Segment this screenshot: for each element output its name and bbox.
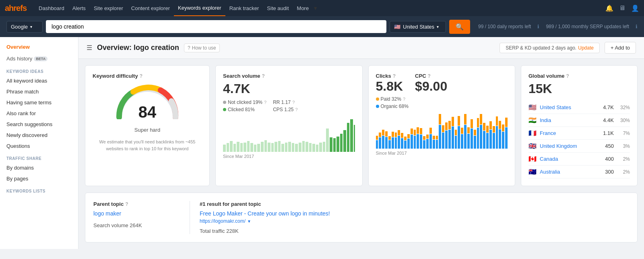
sv-bar <box>237 142 239 152</box>
clicks-chart <box>376 112 508 149</box>
engine-select[interactable]: Google ▾ <box>6 21 43 33</box>
nav-keywords-explorer[interactable]: Keywords explorer <box>174 0 225 16</box>
flag-icon: 🇨🇦 <box>528 155 537 163</box>
parent-topic-link[interactable]: logo maker <box>93 210 182 217</box>
sv-bar <box>299 143 301 152</box>
country-volume: 450 <box>605 143 614 149</box>
nav-more[interactable]: More <box>293 0 313 16</box>
sv-not-clicked: Not clicked 19% ? <box>223 99 266 105</box>
country-name-link[interactable]: United Kingdom <box>540 143 602 149</box>
sv-bar <box>319 143 322 152</box>
sv-bar <box>292 143 295 152</box>
dropdown-icon[interactable]: ▼ <box>247 219 251 224</box>
nav-site-audit[interactable]: Site audit <box>263 0 293 16</box>
serp-info-badge: SERP & KD updated 2 days ago. Update <box>500 43 600 53</box>
sidebar: Overview Ads history BETA KEYWORD IDEAS … <box>0 37 78 249</box>
logo[interactable]: ahrefs <box>5 4 27 13</box>
monthly-quota: 989 / 1,000 monthly SERP updates left <box>546 24 629 29</box>
update-link[interactable]: Update <box>578 45 594 51</box>
sv-bar <box>247 141 250 152</box>
kd-help-icon[interactable]: ? <box>140 73 142 79</box>
clicks-bar-wrap <box>385 112 388 149</box>
gv-value: 15K <box>528 81 630 96</box>
clicks-bar-wrap <box>455 112 457 149</box>
engine-label: Google <box>11 24 28 30</box>
result-url[interactable]: https://logomakr.com/ ▼ <box>200 218 629 224</box>
sv-bar <box>336 137 339 152</box>
keywords-lists-label: KEYWORDS LISTS <box>0 184 78 195</box>
sv-not-clicked-help-icon[interactable]: ? <box>264 100 266 105</box>
sidebar-item-by-domains[interactable]: By domains <box>0 162 78 173</box>
sidebar-item-all-keyword-ideas[interactable]: All keyword ideas <box>0 75 78 86</box>
gv-help-icon[interactable]: ? <box>566 73 569 79</box>
sv-cps-help-icon[interactable]: ? <box>295 107 298 112</box>
nav-site-explorer[interactable]: Site explorer <box>90 0 127 16</box>
search-button[interactable]: 🔍 <box>449 20 470 34</box>
clicks-help-icon[interactable]: ? <box>393 73 396 79</box>
clicks-bar-wrap <box>505 112 508 149</box>
sv-bar <box>330 137 332 152</box>
country-row: 🇬🇧 United Kingdom 450 3% <box>528 140 630 153</box>
sv-rr: RR 1.17 ? <box>273 99 298 105</box>
parent-topic-grid: Parent topic ? logo maker Search volume … <box>93 201 629 234</box>
country-name-link[interactable]: India <box>540 117 600 123</box>
sv-card: Search volume ? 4.7K Not clicked 19% ? C… <box>215 65 363 186</box>
country-chevron-icon: ▾ <box>437 25 439 29</box>
sidebar-item-by-pages[interactable]: By pages <box>0 173 78 184</box>
sv-help-icon[interactable]: ? <box>262 73 265 79</box>
monitor-icon[interactable]: 🖥 <box>619 4 625 12</box>
result-title-link[interactable]: Free Logo Maker - Create your own logo i… <box>200 210 629 217</box>
sv-bar <box>302 141 305 152</box>
country-label: United States <box>403 24 434 30</box>
country-volume: 1.1K <box>603 130 614 136</box>
user-icon[interactable]: 👤 <box>631 4 639 12</box>
parent-topic-left: Parent topic ? logo maker Search volume … <box>93 201 190 234</box>
country-name-link[interactable]: Canada <box>540 156 602 162</box>
how-to-use-button[interactable]: ? How to use <box>184 44 220 52</box>
sidebar-item-phrase-match[interactable]: Phrase match <box>0 86 78 97</box>
sv-bar <box>254 145 257 152</box>
country-name-link[interactable]: Australia <box>540 169 602 175</box>
parent-topic-help-icon[interactable]: ? <box>125 201 128 207</box>
nav-rank-tracker[interactable]: Rank tracker <box>225 0 263 16</box>
nav-dashboard[interactable]: Dashboard <box>35 0 68 16</box>
search-input[interactable] <box>46 20 386 33</box>
country-select[interactable]: 🇺🇸 United States ▾ <box>390 21 446 33</box>
add-to-button[interactable]: + Add to <box>605 42 636 54</box>
bottom-section: Parent topic ? logo maker Search volume … <box>78 193 644 249</box>
country-name-link[interactable]: United States <box>540 104 600 110</box>
help-daily-icon[interactable]: ℹ <box>537 24 539 29</box>
nav-alerts[interactable]: Alerts <box>68 0 90 16</box>
sidebar-item-newly-discovered[interactable]: Newly discovered <box>0 130 78 141</box>
menu-icon[interactable]: ☰ <box>87 44 92 52</box>
nav-content-explorer[interactable]: Content explorer <box>127 0 174 16</box>
clicks-bar-wrap <box>452 112 454 149</box>
paid-help-icon[interactable]: ? <box>403 97 405 102</box>
help-monthly-icon[interactable]: ℹ <box>636 24 638 29</box>
clicks-bar-wrap <box>404 112 407 149</box>
country-percent: 7% <box>619 131 630 136</box>
kd-card: Keyword difficulty ? <box>85 65 210 186</box>
overview-title: Overview: logo creation <box>97 44 179 52</box>
bell-icon[interactable]: 🔔 <box>605 4 613 12</box>
overview-header: ☰ Overview: logo creation ? How to use S… <box>78 37 644 59</box>
sidebar-item-questions[interactable]: Questions <box>0 141 78 151</box>
parent-topic-right: #1 result for parent topic Free Logo Mak… <box>190 201 629 234</box>
clicks-bar-wrap <box>493 112 495 149</box>
sv-bar <box>244 143 246 152</box>
sidebar-item-ads-history[interactable]: Ads history BETA <box>0 53 78 64</box>
serp-info-text: SERP & KD updated 2 days ago. <box>506 45 576 51</box>
cpc-help-icon[interactable]: ? <box>428 73 431 79</box>
clicks-cpc-header: Clicks ? 5.8K CPC ? $9.00 <box>376 73 508 94</box>
sidebar-item-overview[interactable]: Overview <box>0 41 78 53</box>
top-nav: ahrefs Dashboard Alerts Site explorer Co… <box>0 0 644 16</box>
country-name-link[interactable]: France <box>540 130 600 136</box>
clicks-bar-wrap <box>417 112 419 149</box>
paid-stat: Paid 32% ? <box>376 96 508 102</box>
sidebar-item-also-rank-for[interactable]: Also rank for <box>0 108 78 119</box>
sidebar-item-having-same-terms[interactable]: Having same terms <box>0 97 78 108</box>
country-row: 🇫🇷 France 1.1K 7% <box>528 127 630 140</box>
sv-rr-help-icon[interactable]: ? <box>292 100 295 105</box>
clicks-bar-wrap <box>448 112 451 149</box>
sidebar-item-search-suggestions[interactable]: Search suggestions <box>0 119 78 130</box>
